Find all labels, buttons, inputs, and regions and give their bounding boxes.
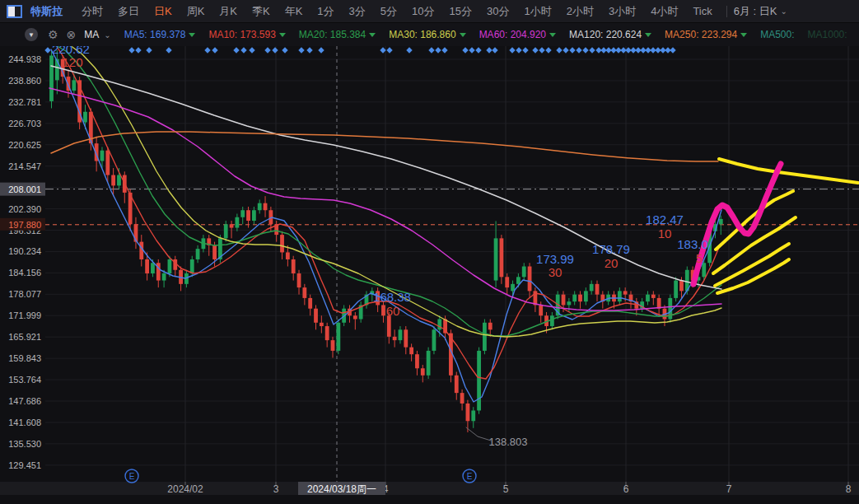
tab-1分[interactable]: 1分 (310, 4, 341, 19)
chevron-down-icon[interactable]: ⌄ (781, 7, 787, 16)
candle (264, 203, 268, 211)
candle (590, 284, 594, 292)
ma-readout-ma30[interactable]: MA30: 186.860 (389, 29, 465, 40)
tab-Tick[interactable]: Tick (685, 5, 719, 17)
ma-readout-ma20[interactable]: MA20: 185.384 (299, 29, 376, 40)
tab-15分[interactable]: 15分 (442, 4, 479, 19)
annotation-period: 20 (605, 256, 619, 270)
annotation-price: 168.38 (373, 290, 411, 304)
x-tick-label: 3 (273, 483, 279, 495)
collapse-indicator-button[interactable]: ▼ (25, 28, 38, 41)
y-tick-label: 190.234 (8, 246, 41, 256)
tab-1小时[interactable]: 1小时 (516, 4, 558, 19)
tab-年K[interactable]: 年K (278, 4, 310, 19)
annotation-price: 182.47 (646, 212, 684, 226)
chevron-down-icon[interactable]: ⌄ (104, 30, 110, 40)
tab-3小时[interactable]: 3小时 (601, 4, 643, 19)
ma-readout-ma1000[interactable]: MA1000: (808, 29, 847, 40)
ma-readout-ma500[interactable]: MA500: (760, 29, 794, 40)
annotation-period: 30 (549, 265, 563, 279)
tab-月K[interactable]: 月K (212, 4, 245, 19)
y-tick-label: 184.156 (8, 268, 41, 278)
ma-readout-ma60[interactable]: MA60: 204.920 (479, 29, 556, 40)
gear-icon[interactable]: ⚙ (48, 28, 58, 41)
candle (719, 219, 723, 224)
candle (387, 315, 391, 337)
tab-30分[interactable]: 30分 (479, 4, 516, 19)
candle (292, 259, 296, 273)
candle (562, 295, 566, 306)
close-indicator-icon[interactable]: ⊗ (67, 28, 77, 41)
candle (168, 259, 172, 273)
ma-readout-ma120[interactable]: MA120: 220.624 (569, 29, 651, 40)
y-tick-label: 214.547 (8, 161, 41, 171)
ma-readout-ma10[interactable]: MA10: 173.593 (208, 29, 285, 40)
candle (679, 281, 684, 292)
candle (483, 323, 487, 351)
period-selector[interactable]: 6月 : 日K (734, 4, 777, 19)
candle (432, 329, 437, 351)
tab-周K[interactable]: 周K (180, 4, 212, 19)
y-tick-label: 129.451 (8, 460, 41, 470)
y-tick-label: 159.843 (8, 353, 41, 363)
candle (162, 273, 166, 281)
crosshair-date-text: 2024/03/18周一 (307, 483, 376, 495)
tab-多日[interactable]: 多日 (110, 4, 147, 19)
x-tick-label: 8 (846, 483, 852, 495)
candle (516, 277, 521, 284)
candle (151, 263, 155, 273)
candle (325, 326, 329, 340)
candle (455, 376, 459, 393)
y-tick-label: 202.390 (8, 204, 41, 214)
x-tick-label: 6 (623, 483, 629, 495)
ma-readout-ma250[interactable]: MA250: 223.294 (665, 29, 747, 40)
tab-3分[interactable]: 3分 (342, 4, 373, 19)
candle (212, 245, 217, 259)
candle (280, 235, 284, 252)
candle (336, 323, 340, 351)
candle (584, 291, 588, 301)
candle (421, 368, 425, 376)
candle (235, 217, 239, 228)
tab-4小时[interactable]: 4小时 (643, 4, 685, 19)
candle (314, 309, 318, 323)
candle (415, 354, 419, 368)
candle (623, 291, 628, 294)
annotation-period: 5 (696, 251, 703, 265)
tab-2小时[interactable]: 2小时 (559, 4, 601, 19)
candle (331, 340, 335, 351)
tab-10分[interactable]: 10分 (404, 4, 441, 19)
tab-分时[interactable]: 分时 (74, 4, 110, 19)
tab-日K[interactable]: 日K (147, 4, 180, 19)
candle (286, 252, 290, 259)
candlestick-chart[interactable]: 182.4710183.05178.7920173.9930168.386022… (0, 0, 859, 504)
x-tick-label: 7 (726, 483, 732, 495)
candle (308, 298, 312, 309)
candle (196, 249, 200, 259)
y-tick-label: 171.999 (8, 310, 41, 320)
y-tick-label: 244.938 (8, 54, 41, 64)
x-tick-label: 2024/02 (167, 483, 203, 495)
candle (618, 291, 622, 301)
y-tick-label: 135.530 (8, 439, 41, 449)
ma-readout-ma5[interactable]: MA5: 169.378 (124, 29, 196, 40)
indicator-group-label[interactable]: MA (84, 29, 99, 40)
y-tick-label: 232.781 (8, 97, 41, 107)
candle (646, 295, 650, 302)
candle (505, 277, 509, 287)
annotation-price: 183.0 (677, 237, 708, 251)
candle (100, 151, 105, 161)
candle (471, 410, 475, 421)
candle (437, 320, 441, 330)
tab-5分[interactable]: 5分 (373, 4, 404, 19)
window-icon[interactable] (7, 5, 22, 18)
y-tick-label: 153.764 (8, 375, 41, 385)
y-tick-label: 226.703 (8, 119, 41, 128)
y-tick-label: 178.077 (8, 289, 41, 299)
candle (567, 301, 571, 305)
toolbar-divider (726, 6, 727, 17)
candle (409, 348, 413, 355)
symbol-name[interactable]: 特斯拉 (30, 4, 63, 19)
tab-季K[interactable]: 季K (245, 4, 278, 19)
candle (111, 175, 115, 186)
